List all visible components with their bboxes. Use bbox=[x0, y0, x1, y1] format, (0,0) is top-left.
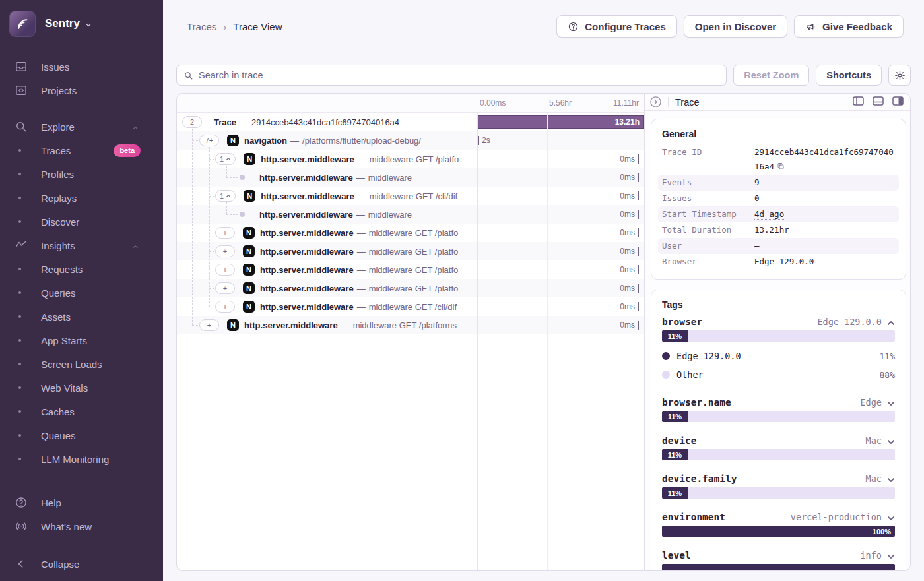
sidebar-collapse-button[interactable]: Collapse bbox=[0, 552, 163, 576]
tags-title: Tags bbox=[662, 299, 895, 310]
help-icon bbox=[15, 496, 28, 509]
expand-toggle-pill[interactable]: 1 bbox=[215, 190, 236, 202]
span-row[interactable]: http.server.middleware—middleware0ms bbox=[177, 205, 644, 224]
tag-header[interactable]: deviceMac bbox=[662, 435, 895, 446]
tag-distribution-bar[interactable]: 11% bbox=[662, 330, 895, 342]
tag-distribution-bar[interactable]: 11% bbox=[662, 487, 895, 499]
span-timeline-cell[interactable]: 2s bbox=[477, 131, 644, 150]
sidebar-item-discover[interactable]: Discover bbox=[0, 210, 163, 233]
span-row[interactable]: +Nhttp.server.middleware—middleware GET … bbox=[177, 242, 644, 260]
span-row[interactable]: 1Nhttp.server.middleware—middleware GET … bbox=[177, 187, 644, 205]
tag-header[interactable]: browserEdge 129.0.0 bbox=[662, 317, 895, 327]
axis-tick-label: 5.56hr bbox=[549, 98, 572, 107]
settings-button[interactable] bbox=[888, 65, 911, 86]
span-op: http.server.middleware bbox=[261, 154, 354, 164]
trace-row[interactable]: 2Trace—2914cceb443c41dca1fc6974704016a41… bbox=[177, 113, 644, 131]
tag-legend-row[interactable]: Edge 129.0.011% bbox=[662, 347, 895, 365]
span-waterfall: 2Trace—2914cceb443c41dca1fc6974704016a41… bbox=[177, 113, 644, 570]
tag-header[interactable]: environmentvercel-production bbox=[662, 512, 895, 522]
sidebar-item-explore[interactable]: Explore bbox=[0, 115, 163, 138]
tags-card: Tags browserEdge 129.0.011%Edge 129.0.01… bbox=[651, 290, 906, 570]
sidebar-item-web-vitals[interactable]: Web Vitals bbox=[0, 376, 163, 400]
sidebar-item-assets[interactable]: Assets bbox=[0, 305, 163, 328]
tag-distribution-bar[interactable]: 11% bbox=[662, 449, 895, 460]
tag-header[interactable]: device.familyMac bbox=[662, 474, 895, 484]
span-timeline-cell[interactable]: 0ms bbox=[477, 168, 644, 187]
tag-header[interactable]: levelinfo bbox=[662, 550, 895, 561]
sidebar-item-screen-loads[interactable]: Screen Loads bbox=[0, 352, 163, 376]
tag-key: device bbox=[662, 435, 696, 446]
panel-left-icon[interactable] bbox=[853, 96, 864, 108]
span-timeline-cell[interactable]: 0ms bbox=[477, 242, 644, 260]
tag-distribution-bar[interactable]: 11% bbox=[662, 411, 895, 422]
sidebar-item-queues[interactable]: Queues bbox=[0, 423, 163, 447]
reset-zoom-button[interactable]: Reset Zoom bbox=[733, 65, 809, 86]
sidebar-item-profiles[interactable]: Profiles bbox=[0, 162, 163, 186]
span-row[interactable]: http.server.middleware—middleware0ms bbox=[177, 168, 644, 187]
configure-traces-button[interactable]: Configure Traces bbox=[556, 15, 677, 38]
shortcuts-button[interactable]: Shortcuts bbox=[816, 65, 882, 86]
panel-bottom-icon[interactable] bbox=[873, 96, 884, 108]
expand-toggle-pill[interactable]: 2 bbox=[182, 116, 202, 128]
span-row[interactable]: 1Nhttp.server.middleware—middleware GET … bbox=[177, 150, 644, 168]
tag-key: device.family bbox=[662, 474, 737, 484]
tag-item-browser-name: browser.nameEdge11% bbox=[662, 397, 895, 422]
tag-legend-row[interactable]: Other88% bbox=[662, 365, 895, 384]
timeline-header: 0.00ms5.56hr11.11hr bbox=[177, 94, 644, 113]
span-tree-cell: +Nhttp.server.middleware—middleware GET … bbox=[177, 297, 477, 316]
expand-toggle-pill[interactable]: + bbox=[199, 319, 219, 331]
sidebar-item-insights[interactable]: Insights bbox=[0, 233, 163, 257]
span-timeline-cell[interactable]: 0ms bbox=[477, 224, 644, 242]
span-description: middleware GET /cli/dif bbox=[369, 302, 457, 312]
tag-distribution-bar[interactable]: 100% bbox=[662, 526, 895, 537]
sidebar-item-replays[interactable]: Replays bbox=[0, 186, 163, 210]
span-timeline-cell[interactable]: 0ms bbox=[477, 316, 644, 334]
sidebar-item-queries[interactable]: Queries bbox=[0, 281, 163, 305]
span-description: middleware GET /platfo bbox=[370, 154, 459, 164]
span-timeline-cell[interactable]: 0ms bbox=[477, 205, 644, 224]
expand-toggle-pill[interactable]: + bbox=[215, 301, 235, 313]
panel-right-icon[interactable] bbox=[892, 96, 904, 108]
span-row[interactable]: +Nhttp.server.middleware—middleware GET … bbox=[177, 224, 644, 242]
sidebar-item-help[interactable]: Help bbox=[0, 491, 163, 514]
org-switcher[interactable]: Sentry bbox=[0, 0, 163, 38]
span-row[interactable]: +Nhttp.server.middleware—middleware GET … bbox=[177, 316, 644, 334]
expand-toggle-pill[interactable]: + bbox=[215, 264, 235, 276]
insights-icon bbox=[15, 239, 28, 252]
trace-duration-bar[interactable]: 13.21h bbox=[477, 115, 644, 129]
span-timeline-cell[interactable]: 0ms bbox=[477, 187, 644, 205]
span-timeline-cell[interactable]: 0ms bbox=[477, 260, 644, 279]
sidebar-item-requests[interactable]: Requests bbox=[0, 257, 163, 281]
sidebar-item-app-starts[interactable]: App Starts bbox=[0, 328, 163, 352]
sidebar-item-traces[interactable]: Tracesbeta bbox=[0, 138, 163, 162]
chevron-right-circle-icon[interactable] bbox=[650, 96, 661, 107]
give-feedback-button[interactable]: Give Feedback bbox=[794, 15, 904, 38]
sidebar-item-label: Discover bbox=[41, 216, 79, 228]
expand-toggle-pill[interactable]: + bbox=[215, 245, 235, 257]
projects-icon bbox=[15, 84, 28, 97]
span-row[interactable]: +Nhttp.server.middleware—middleware GET … bbox=[177, 260, 644, 279]
span-timeline-cell[interactable]: 13.21h bbox=[477, 113, 644, 131]
copy-icon[interactable] bbox=[777, 160, 785, 168]
breadcrumb-traces[interactable]: Traces bbox=[187, 21, 216, 32]
open-in-discover-button[interactable]: Open in Discover bbox=[684, 15, 787, 38]
sidebar-item-issues[interactable]: Issues bbox=[0, 55, 163, 78]
tag-value: Edge bbox=[860, 397, 882, 408]
sidebar-item-what-s-new[interactable]: What's new bbox=[0, 514, 163, 538]
span-row[interactable]: 7+Nnavigation—/platforms/flutter/upload-… bbox=[177, 131, 644, 150]
tag-distribution-bar[interactable] bbox=[662, 564, 895, 570]
span-timeline-cell[interactable]: 0ms bbox=[477, 150, 644, 168]
expand-toggle-pill[interactable]: + bbox=[215, 282, 235, 294]
span-timeline-cell[interactable]: 0ms bbox=[477, 279, 644, 297]
expand-toggle-pill[interactable]: + bbox=[215, 227, 235, 239]
tag-header[interactable]: browser.nameEdge bbox=[662, 397, 895, 408]
span-row[interactable]: +Nhttp.server.middleware—middleware GET … bbox=[177, 297, 644, 316]
span-timeline-cell[interactable]: 0ms bbox=[477, 297, 644, 316]
sidebar-item-llm-monitoring[interactable]: LLM Monitoring bbox=[0, 447, 163, 471]
sidebar-item-projects[interactable]: Projects bbox=[0, 78, 163, 102]
search-input[interactable] bbox=[199, 70, 719, 80]
expand-toggle-pill[interactable]: 7+ bbox=[199, 135, 219, 146]
sidebar-item-caches[interactable]: Caches bbox=[0, 400, 163, 423]
expand-toggle-pill[interactable]: 1 bbox=[215, 153, 236, 165]
span-row[interactable]: +Nhttp.server.middleware—middleware GET … bbox=[177, 279, 644, 297]
